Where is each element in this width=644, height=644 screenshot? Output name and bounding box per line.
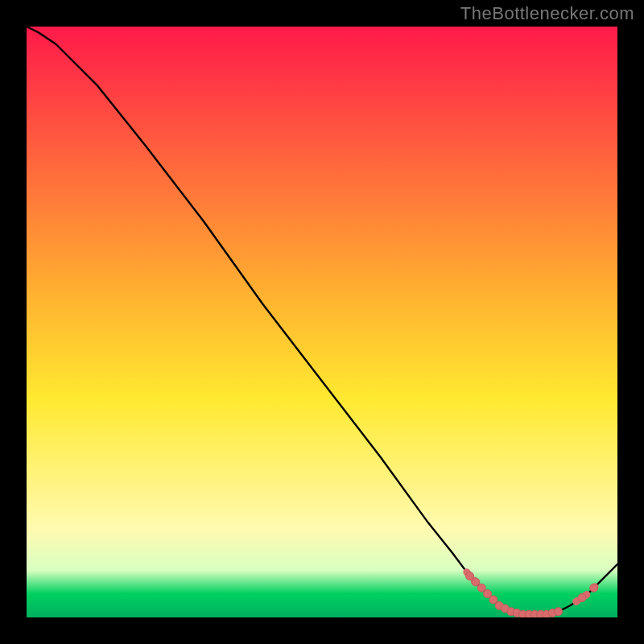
watermark-text: TheBottlenecker.com — [460, 3, 634, 24]
bottleneck-curve — [27, 27, 617, 614]
data-points — [466, 572, 598, 617]
chart-frame: TheBottlenecker.com — [0, 0, 644, 644]
data-point — [590, 584, 598, 592]
plot-area — [27, 27, 617, 617]
data-point — [578, 594, 586, 602]
curve-overlay — [27, 27, 617, 617]
data-point — [484, 590, 492, 598]
data-point — [555, 608, 563, 616]
